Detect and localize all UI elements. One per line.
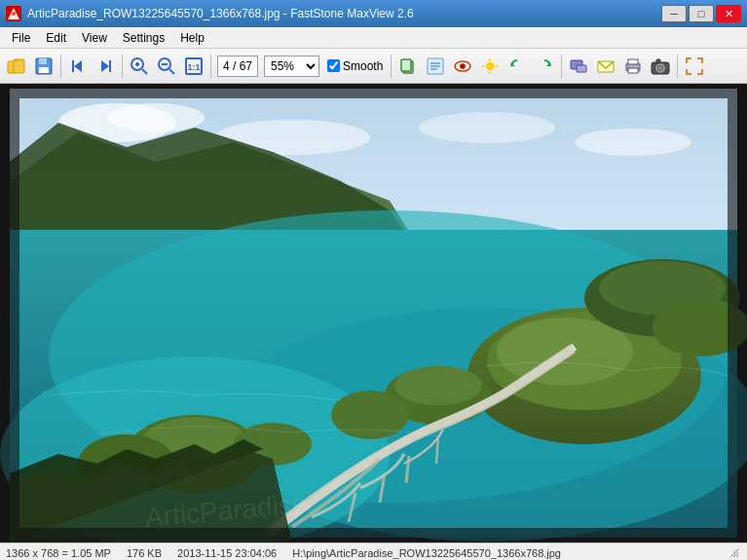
svg-rect-39 <box>577 65 586 72</box>
copy-button[interactable] <box>395 54 421 79</box>
window-title: ArticParadise_ROW13225645570_1366x768.jp… <box>27 7 414 20</box>
zoom-out-button[interactable] <box>154 54 179 79</box>
separator-2 <box>122 55 123 78</box>
svg-rect-10 <box>72 60 74 72</box>
file-date: 2013-11-15 23:04:06 <box>177 547 277 559</box>
svg-rect-23 <box>401 59 411 71</box>
main-image-area: ArticParadise <box>0 84 747 542</box>
svg-rect-7 <box>39 58 47 64</box>
app-icon <box>6 6 21 21</box>
smooth-area: Smooth <box>327 59 383 73</box>
svg-point-66 <box>331 391 409 439</box>
brightness-button[interactable] <box>477 54 503 79</box>
svg-line-19 <box>169 69 174 74</box>
image-dimensions: 1366 x 768 = 1.05 MP <box>6 547 111 559</box>
svg-point-65 <box>394 366 482 405</box>
zoom-in-button[interactable] <box>127 54 152 79</box>
save-button[interactable] <box>31 54 56 79</box>
print-button[interactable] <box>620 54 646 79</box>
forward-button[interactable] <box>93 54 118 79</box>
menu-help[interactable]: Help <box>172 28 212 48</box>
separator-6 <box>677 55 678 78</box>
svg-marker-9 <box>74 60 82 72</box>
separator-1 <box>60 55 61 78</box>
menu-settings[interactable]: Settings <box>115 28 172 48</box>
svg-point-54 <box>575 129 691 156</box>
close-button[interactable]: ✕ <box>716 5 741 22</box>
smooth-checkbox[interactable] <box>327 59 340 72</box>
file-path: H:\ping\ArticParadise_ROW13225645570_136… <box>292 547 561 559</box>
title-bar-left: ArticParadise_ROW13225645570_1366x768.jp… <box>6 6 414 21</box>
svg-rect-8 <box>39 67 49 73</box>
rotate-left-button[interactable] <box>504 54 530 79</box>
smooth-label[interactable]: Smooth <box>343 59 383 73</box>
zoom-select[interactable]: 55% 25% 50% 75% 100% 150% 200% <box>264 56 319 77</box>
svg-rect-5 <box>14 59 19 61</box>
page-counter: 4 / 67 <box>217 56 258 77</box>
toolbar: 1:1 4 / 67 55% 25% 50% 75% 100% 150% 200… <box>0 49 747 84</box>
actual-size-button[interactable]: 1:1 <box>181 54 206 79</box>
resize-grip[interactable] <box>728 546 741 560</box>
svg-marker-11 <box>101 60 109 72</box>
separator-4 <box>391 55 392 78</box>
svg-rect-42 <box>628 59 638 64</box>
menu-bar: File Edit View Settings Help <box>0 27 747 49</box>
separator-5 <box>561 55 562 78</box>
svg-rect-47 <box>656 59 660 63</box>
separator-3 <box>210 55 211 78</box>
fullscreen-button[interactable] <box>682 54 707 79</box>
email-button[interactable] <box>593 54 618 79</box>
edit-button[interactable] <box>423 54 448 79</box>
maximize-button[interactable]: □ <box>689 5 714 22</box>
menu-edit[interactable]: Edit <box>38 28 74 48</box>
svg-rect-43 <box>628 68 638 73</box>
svg-text:1:1: 1:1 <box>187 62 200 72</box>
svg-point-30 <box>462 64 465 67</box>
svg-point-31 <box>486 62 494 70</box>
svg-line-84 <box>736 555 738 557</box>
open-button[interactable] <box>4 54 29 79</box>
file-size: 176 KB <box>127 547 162 559</box>
menu-view[interactable]: View <box>74 28 115 48</box>
camera-button[interactable] <box>648 54 673 79</box>
window-controls: ─ □ ✕ <box>661 5 741 22</box>
svg-rect-4 <box>14 59 24 73</box>
rotate-right-button[interactable] <box>532 54 557 79</box>
svg-point-51 <box>107 103 205 132</box>
minimize-button[interactable]: ─ <box>661 5 687 22</box>
red-eye-button[interactable] <box>450 54 475 79</box>
svg-point-53 <box>419 112 555 143</box>
svg-point-46 <box>658 65 663 70</box>
back-button[interactable] <box>65 54 91 79</box>
title-bar: ArticParadise_ROW13225645570_1366x768.jp… <box>0 0 747 27</box>
svg-rect-12 <box>109 60 111 72</box>
menu-file[interactable]: File <box>4 28 38 48</box>
status-bar: 1366 x 768 = 1.05 MP 176 KB 2013-11-15 2… <box>0 542 747 560</box>
svg-point-2 <box>12 12 16 16</box>
resize-button[interactable] <box>566 54 591 79</box>
image-display: ArticParadise <box>0 84 747 542</box>
svg-line-16 <box>142 69 147 74</box>
